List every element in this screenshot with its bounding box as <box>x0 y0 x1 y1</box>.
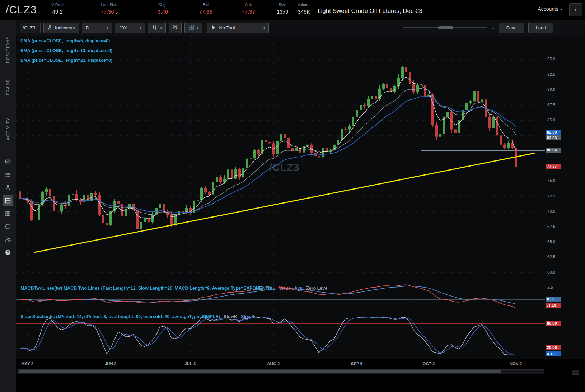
symbol-input[interactable]: /CLZ3 <box>20 23 41 33</box>
quote-header: /CLZ3 IV Rank49.2Last Size77.365Chg-3.46… <box>0 0 585 20</box>
charts-icon[interactable] <box>3 195 13 206</box>
ema-study-label[interactable]: EMA (price=CLOSE, length=5, displace=0) <box>20 38 112 48</box>
axis-tick-label: 70.0 <box>547 209 555 213</box>
axis-tick-label: 87.5 <box>547 103 555 107</box>
axis-price-badge: -1.46 <box>546 303 561 308</box>
tool-label: No Tool <box>219 25 235 31</box>
axis-tick-label: 90.0 <box>547 87 555 92</box>
chart-panel: /CLZ3 Indicators D ▾ 20Y ▾ ▾ ▾ No Tool ▾ <box>16 20 585 392</box>
sidebar-icons: ? <box>0 154 16 260</box>
date-axis-label: OCT 2 <box>422 361 435 366</box>
panel-separator <box>16 312 545 312</box>
quote-field-chg: Chg-3.46 <box>148 3 176 15</box>
date-axis-label: JUL 3 <box>184 361 196 366</box>
drawing-tool-dropdown[interactable]: No Tool ▾ <box>207 23 269 33</box>
sidebar-tab-positions[interactable]: POSITIONS <box>6 36 10 63</box>
symbol-title: /CLZ3 <box>6 4 37 16</box>
clock-icon[interactable] <box>3 221 13 232</box>
timeframe-dropdown[interactable]: D ▾ <box>82 23 112 33</box>
date-axis-label: NOV 2 <box>510 361 522 366</box>
cursor-icon <box>211 25 216 31</box>
date-axis[interactable]: MAY 2JUN 2JUL 3AUG 2SEP 5OCT 2NOV 2 <box>16 360 545 368</box>
instrument-title: Light Sweet Crude Oil Futures, Dec-23 <box>318 8 422 15</box>
settings-button[interactable] <box>169 23 182 33</box>
date-axis-label: JUN 2 <box>105 361 117 366</box>
quote-field-volume: Volume345K <box>293 3 315 15</box>
flask-icon <box>47 25 52 31</box>
stochastic-study-label[interactable]: Slow Stochastic (kPeriod=14, dPeriod=3, … <box>20 314 254 319</box>
community-icon[interactable] <box>3 234 13 245</box>
quote-field-value: 77.37 <box>234 9 263 15</box>
chevron-down-icon: ▾ <box>197 26 198 30</box>
stochastic-legend: SlowKSlowD <box>220 314 254 319</box>
quote-fields: IV Rank49.2Last Size77.365Chg-3.46Bid77.… <box>45 3 315 15</box>
help-icon[interactable]: ? <box>3 247 13 258</box>
legend-item: Avg <box>294 286 303 291</box>
chart-type-dropdown[interactable]: ▾ <box>148 23 166 33</box>
zoom-slider[interactable] <box>403 27 487 28</box>
axis-tick-label: 85.0 <box>547 118 555 122</box>
axis-price-badge: 80.06 <box>546 148 561 153</box>
axis-price-badge: 0.00 <box>546 297 561 302</box>
macd-study-label[interactable]: MACDTwoLines(tw) MACD Two Lines (Fast Le… <box>20 286 327 291</box>
grid-layout-dropdown[interactable]: ▾ <box>184 23 202 33</box>
sidebar-tab-trade[interactable]: TRADE <box>6 79 10 95</box>
date-axis-label: AUG 2 <box>267 361 280 366</box>
chevron-down-icon: ▾ <box>160 26 162 30</box>
svg-text:?: ? <box>7 250 9 255</box>
flask-icon[interactable] <box>3 182 13 193</box>
quote-field-value: 77.365 <box>93 9 125 15</box>
monitor-icon[interactable] <box>3 157 13 167</box>
quote-field-lastsize: Last Size77.365 <box>93 3 125 15</box>
axis-price-badge: 82.99 <box>546 130 561 135</box>
chart-corner-button[interactable] <box>572 370 579 375</box>
quote-field-size: Size13x9 <box>272 3 293 15</box>
quote-field-label: Size <box>272 3 293 7</box>
sidebar-tab-activity[interactable]: ACTIVITY <box>6 117 10 140</box>
quote-field-label: Chg <box>148 3 176 7</box>
axis-tick-label: 95.0 <box>547 57 555 61</box>
quote-field-label: Volume <box>293 3 315 7</box>
quote-field-label: IV Rank <box>45 3 70 7</box>
chart-toolbar: /CLZ3 Indicators D ▾ 20Y ▾ ▾ ▾ No Tool ▾ <box>16 20 585 36</box>
axis-tick-label: 60.0 <box>547 270 555 274</box>
price-axis[interactable]: 95.092.590.087.585.082.580.077.575.072.5… <box>545 36 585 284</box>
indicators-button[interactable]: Indicators <box>43 23 79 33</box>
panel-separator <box>16 284 545 284</box>
quote-field-value: -3.46 <box>148 9 176 15</box>
chevron-down-icon: ▾ <box>263 26 265 30</box>
chart-scrollbar[interactable] <box>17 369 544 374</box>
zoom-slider-thumb[interactable] <box>438 26 453 29</box>
date-axis-label: MAY 2 <box>21 361 33 366</box>
accounts-dropdown[interactable]: Accounts▾ <box>538 6 562 12</box>
stochastic-axis[interactable]: 80.0020.004.13 <box>545 312 585 359</box>
save-button[interactable]: Save <box>499 23 524 33</box>
ema-study-label[interactable]: EMA (price=CLOSE, length=21, displace=0) <box>20 58 112 67</box>
grid-icon[interactable] <box>3 208 13 219</box>
macd-axis[interactable]: 2.50.00.00-1.46 <box>545 284 585 312</box>
axis-price-badge: 20.00 <box>546 345 561 350</box>
axis-price-badge: 77.37 <box>546 164 561 169</box>
range-value: 20Y <box>119 25 127 31</box>
range-dropdown[interactable]: 20Y ▾ <box>115 23 145 33</box>
legend-item: Value <box>279 286 291 291</box>
quote-field-value: 49.2 <box>45 9 70 15</box>
watchlist-icon[interactable] <box>3 169 13 180</box>
load-button[interactable]: Load <box>528 23 553 33</box>
quote-field-label: Ask <box>234 3 263 7</box>
macd-legend: ValueAvgZero Leve <box>275 286 327 291</box>
left-sidebar: POSITIONSTRADEACTIVITY ? <box>0 20 16 392</box>
scrollbar-thumb[interactable] <box>19 370 501 373</box>
ema-study-labels: EMA (price=CLOSE, length=5, displace=0)E… <box>20 38 112 67</box>
collapse-panel-button[interactable]: ‹ <box>569 3 582 16</box>
main-chart-canvas[interactable] <box>16 36 545 284</box>
zoom-out-button[interactable]: - <box>397 25 398 31</box>
legend-item: SlowK <box>224 314 237 319</box>
zoom-in-button[interactable]: + <box>491 25 495 31</box>
legend-item: Zero Leve <box>306 286 327 291</box>
ema-study-label[interactable]: EMA (price=CLOSE, length=13, displace=0) <box>20 48 112 58</box>
chevron-down-icon: ▾ <box>560 8 562 11</box>
quote-field-value: 345K <box>293 9 315 15</box>
accounts-label: Accounts <box>538 6 558 12</box>
chevron-down-icon: ▾ <box>140 26 141 30</box>
